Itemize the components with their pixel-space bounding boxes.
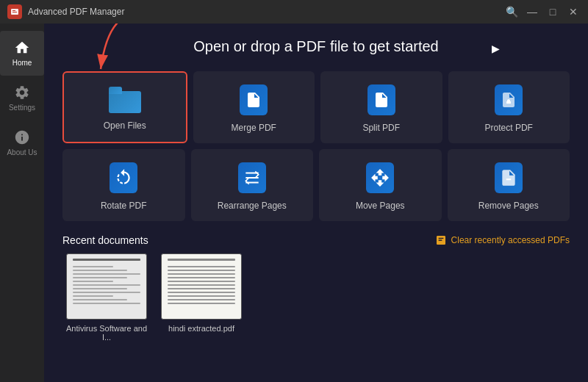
thumb-line bbox=[168, 281, 235, 282]
window-controls[interactable]: 🔍 — □ ✕ bbox=[504, 6, 581, 18]
thumb-line bbox=[168, 295, 235, 297]
title-bar: Advanced PDF Manager 🔍 — □ ✕ bbox=[0, 0, 588, 24]
thumb-line bbox=[73, 277, 127, 278]
svg-rect-1 bbox=[12, 10, 15, 11]
doc1-thumbnail bbox=[66, 253, 147, 320]
rearrange-pages-label: Rearrange Pages bbox=[218, 201, 287, 211]
folder-icon bbox=[109, 87, 141, 113]
remove-pages-card[interactable]: Remove Pages bbox=[448, 149, 570, 221]
rearrange-pages-card[interactable]: Rearrange Pages bbox=[191, 149, 314, 221]
move-icon bbox=[366, 162, 394, 193]
thumb-line bbox=[73, 259, 140, 261]
app-icon bbox=[7, 4, 22, 19]
thumb-line bbox=[168, 284, 235, 286]
app-title: Advanced PDF Manager bbox=[28, 7, 504, 17]
recent-doc-1[interactable]: Antivirus Software and I... bbox=[62, 253, 151, 342]
thumb-line bbox=[73, 288, 127, 289]
thumb-line bbox=[73, 270, 127, 271]
grid-row-2: Rotate PDF Rearrange Pages bbox=[62, 149, 570, 221]
sidebar-home-label: Home bbox=[12, 59, 32, 67]
protect-pdf-card[interactable]: Protect PDF bbox=[448, 71, 570, 143]
maximize-btn[interactable]: □ bbox=[545, 6, 560, 18]
rotate-pdf-label: Rotate PDF bbox=[101, 201, 147, 211]
rearrange-icon bbox=[238, 162, 266, 193]
move-pages-card[interactable]: Move Pages bbox=[319, 149, 442, 221]
sidebar: Home Settings About Us bbox=[0, 24, 44, 382]
feature-grid: Open Files Merge PDF bbox=[62, 71, 570, 221]
recent-section: Recent documents Clear recently accessed… bbox=[62, 234, 570, 342]
page-heading: Open or drop a PDF file to get started bbox=[62, 38, 570, 55]
thumb-line bbox=[168, 288, 235, 289]
main-content: Open or drop a PDF file to get started bbox=[44, 24, 588, 382]
search-btn[interactable]: 🔍 bbox=[504, 6, 519, 18]
split-pdf-card[interactable]: Split PDF bbox=[320, 71, 442, 143]
recent-doc-2[interactable]: hindi extracted.pdf bbox=[161, 253, 242, 342]
thumb-line bbox=[168, 259, 235, 261]
thumb-line bbox=[168, 277, 235, 278]
close-btn[interactable]: ✕ bbox=[566, 6, 581, 18]
sidebar-item-about[interactable]: About Us bbox=[0, 120, 44, 165]
recent-docs-list: Antivirus Software and I... bbox=[62, 253, 570, 342]
thumb-line bbox=[73, 292, 140, 293]
remove-icon bbox=[495, 162, 523, 193]
clear-recent-btn[interactable]: Clear recently accessed PDFs bbox=[435, 234, 570, 246]
thumb-line bbox=[168, 273, 235, 275]
protect-icon bbox=[495, 84, 523, 115]
merge-icon bbox=[240, 84, 268, 115]
thumb-line bbox=[168, 299, 235, 300]
thumb-line bbox=[73, 295, 113, 297]
sidebar-item-settings[interactable]: Settings bbox=[0, 76, 44, 120]
sidebar-settings-label: Settings bbox=[9, 104, 35, 112]
app-body: Home Settings About Us Open or drop a PD… bbox=[0, 24, 588, 382]
doc2-thumbnail bbox=[161, 253, 242, 320]
open-files-card[interactable]: Open Files bbox=[62, 71, 187, 143]
thumb-line bbox=[73, 299, 127, 300]
clear-recent-label: Clear recently accessed PDFs bbox=[451, 235, 570, 245]
rotate-icon bbox=[110, 162, 137, 193]
grid-row-1: Open Files Merge PDF bbox=[62, 71, 570, 143]
thumb-line bbox=[73, 284, 140, 286]
split-icon bbox=[368, 84, 395, 115]
doc2-name: hindi extracted.pdf bbox=[168, 324, 234, 333]
svg-rect-2 bbox=[12, 12, 17, 12]
thumb-line bbox=[73, 273, 140, 275]
rotate-pdf-card[interactable]: Rotate PDF bbox=[62, 149, 185, 221]
protect-pdf-label: Protect PDF bbox=[485, 123, 533, 133]
thumb-line bbox=[73, 281, 113, 282]
doc1-name: Antivirus Software and I... bbox=[62, 324, 151, 342]
minimize-btn[interactable]: — bbox=[525, 6, 539, 18]
remove-pages-label: Remove Pages bbox=[478, 201, 539, 211]
recent-header: Recent documents Clear recently accessed… bbox=[62, 234, 570, 246]
thumb-line bbox=[168, 292, 235, 293]
merge-pdf-label: Merge PDF bbox=[232, 123, 276, 133]
thumb-line bbox=[73, 266, 113, 267]
open-files-label: Open Files bbox=[104, 120, 146, 131]
merge-pdf-card[interactable]: Merge PDF bbox=[193, 71, 315, 143]
move-pages-label: Move Pages bbox=[356, 201, 405, 211]
sidebar-about-label: About Us bbox=[7, 148, 37, 156]
recent-title: Recent documents bbox=[62, 234, 148, 246]
thumb-line bbox=[168, 303, 235, 304]
sidebar-item-home[interactable]: Home bbox=[0, 31, 44, 76]
thumb-line bbox=[168, 270, 235, 271]
split-pdf-label: Split PDF bbox=[362, 123, 400, 133]
thumb-line bbox=[73, 303, 140, 304]
thumb-line bbox=[168, 266, 235, 267]
